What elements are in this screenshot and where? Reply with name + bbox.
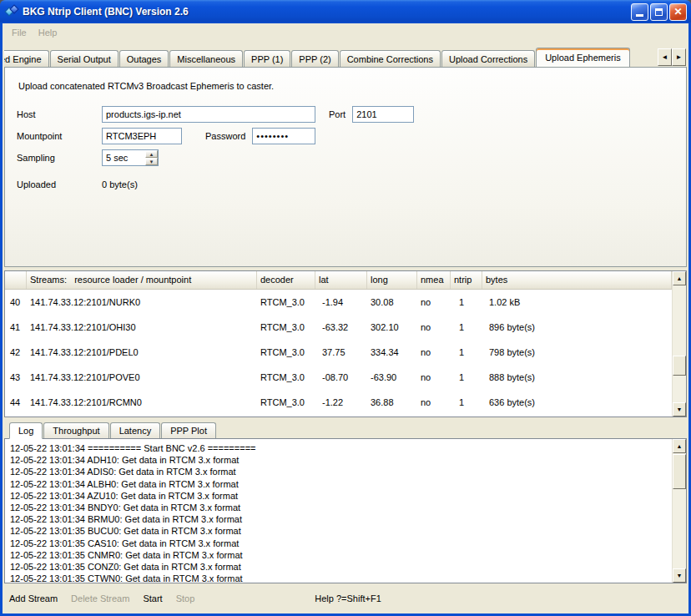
tab-ppp-2[interactable]: PPP (2) bbox=[291, 50, 338, 67]
cell-ntrip: 1 bbox=[451, 347, 482, 357]
start-button[interactable]: Start bbox=[143, 593, 162, 603]
uploaded-label: Uploaded bbox=[17, 179, 102, 189]
cell-mountpoint: 141.74.33.12:2101/NURK0 bbox=[27, 297, 257, 307]
log-scrollbar[interactable]: ▲ ▼ bbox=[672, 439, 686, 583]
tab-ppp-1[interactable]: PPP (1) bbox=[244, 50, 290, 67]
scroll-up-button[interactable]: ▲ bbox=[673, 271, 686, 285]
sampling-spinner[interactable]: 5 sec ▲ ▼ bbox=[102, 149, 159, 166]
close-button[interactable]: ✕ bbox=[669, 3, 687, 21]
scroll-down-button[interactable]: ▼ bbox=[673, 568, 686, 583]
streams-scroll-track[interactable] bbox=[673, 285, 686, 402]
column-header: Streams: resource loader / mountpoint bbox=[27, 271, 257, 289]
log-line: 12-05-22 13:01:35 CTWN0: Get data in RTC… bbox=[10, 573, 667, 583]
menu-bar: File Help bbox=[3, 23, 688, 42]
column-header: decoder bbox=[257, 271, 315, 289]
bottom-bar: Add StreamDelete StreamStartStop Help ?=… bbox=[3, 583, 688, 613]
log-lines[interactable]: 12-05-22 13:01:34 ========== Start BNC v… bbox=[5, 439, 672, 583]
log-line: 12-05-22 13:01:34 ALBH0: Get data in RTC… bbox=[10, 478, 667, 490]
titlebar[interactable]: BKG Ntrip Client (BNC) Version 2.6 ✕ bbox=[0, 0, 691, 23]
tab-scroll-right-button[interactable]: ► bbox=[672, 48, 686, 66]
cell-lat: -08.70 bbox=[315, 372, 367, 382]
log-line: 12-05-22 13:01:34 ADIS0: Get data in RTC… bbox=[10, 466, 667, 477]
log-scroll-thumb[interactable] bbox=[673, 454, 686, 489]
cell-decoder: RTCM_3.0 bbox=[257, 347, 315, 357]
delete-stream-button[interactable]: Delete Stream bbox=[71, 593, 129, 603]
cell-nmea: no bbox=[417, 372, 451, 382]
tab-upload-corrections[interactable]: Upload Corrections bbox=[441, 50, 535, 67]
streams-table: Streams: resource loader / mountpointdec… bbox=[4, 270, 687, 417]
password-field[interactable] bbox=[252, 128, 315, 144]
cell-long: 302.10 bbox=[367, 322, 417, 332]
table-row[interactable]: 44141.74.33.12:2101/RCMN0RTCM_3.0-1.2236… bbox=[5, 390, 672, 415]
menu-help[interactable]: Help bbox=[33, 26, 63, 39]
mountpoint-field[interactable] bbox=[102, 128, 182, 144]
cell-bytes: 888 byte(s) bbox=[482, 372, 672, 382]
log-scroll-track[interactable] bbox=[673, 453, 686, 568]
table-row[interactable]: 43141.74.33.12:2101/POVE0RTCM_3.0-08.70-… bbox=[5, 365, 672, 390]
cell-mountpoint: 141.74.33.12:2101/PDEL0 bbox=[27, 347, 257, 357]
table-row[interactable]: 41141.74.33.12:2101/OHI30RTCM_3.0-63.323… bbox=[5, 315, 672, 340]
upload-ephemeris-panel: Upload concatenated RTCMv3 Broadcast Eph… bbox=[4, 67, 687, 267]
tab-serial-output[interactable]: Serial Output bbox=[50, 50, 119, 67]
bottom-buttons: Add StreamDelete StreamStartStop bbox=[9, 593, 208, 603]
cell-long: 334.34 bbox=[367, 347, 417, 357]
cell-ntrip: 1 bbox=[451, 297, 482, 307]
cell-lat: -1.22 bbox=[315, 397, 367, 407]
tab-upload-ephemeris[interactable]: Upload Ephemeris bbox=[536, 48, 630, 67]
help-hint: Help ?=Shift+F1 bbox=[315, 593, 381, 603]
sampling-row: Sampling 5 sec ▲ ▼ bbox=[17, 149, 674, 166]
cell-bytes: 896 byte(s) bbox=[482, 322, 672, 332]
tab-outages[interactable]: Outages bbox=[119, 50, 169, 67]
streams-scroll-thumb[interactable] bbox=[673, 356, 686, 376]
minimize-button[interactable] bbox=[631, 3, 648, 21]
app-window: BKG Ntrip Client (BNC) Version 2.6 ✕ Fil… bbox=[0, 0, 691, 616]
menu-file[interactable]: File bbox=[6, 26, 33, 39]
arrow-right-icon: ► bbox=[676, 54, 683, 61]
scroll-down-button[interactable]: ▼ bbox=[673, 402, 686, 417]
tab-ed-engine[interactable]: ed Engine bbox=[4, 50, 49, 67]
stop-button[interactable]: Stop bbox=[176, 593, 195, 603]
tab-bar: ed EngineSerial OutputOutagesMiscellaneo… bbox=[3, 42, 688, 67]
sampling-spin-buttons: ▲ ▼ bbox=[145, 150, 158, 165]
tab-latency[interactable]: Latency bbox=[110, 422, 161, 438]
spin-up-button[interactable]: ▲ bbox=[145, 150, 158, 158]
host-field[interactable] bbox=[102, 106, 315, 123]
tab-ppp-plot[interactable]: PPP Plot bbox=[161, 422, 216, 438]
cell-nmea: no bbox=[417, 297, 451, 307]
log-line: 12-05-22 13:01:34 ADH10: Get data in RTC… bbox=[10, 454, 667, 466]
log-panel: 12-05-22 13:01:34 ========== Start BNC v… bbox=[4, 438, 687, 583]
cell-bytes: 798 byte(s) bbox=[482, 347, 672, 357]
row-number: 41 bbox=[5, 322, 27, 332]
cell-decoder: RTCM_3.0 bbox=[257, 372, 315, 382]
uploaded-value: 0 byte(s) bbox=[102, 179, 138, 189]
arrow-left-icon: ◄ bbox=[662, 54, 668, 61]
cell-nmea: no bbox=[417, 322, 451, 332]
cell-lat: -63.32 bbox=[315, 322, 367, 332]
scroll-up-button[interactable]: ▲ bbox=[673, 439, 686, 453]
add-stream-button[interactable]: Add Stream bbox=[9, 593, 58, 603]
row-number: 42 bbox=[5, 347, 27, 357]
tab-log[interactable]: Log bbox=[9, 422, 43, 439]
tab-throughput[interactable]: Throughput bbox=[43, 422, 108, 438]
spin-up-icon: ▲ bbox=[149, 152, 154, 157]
row-number: 40 bbox=[5, 297, 27, 307]
tab-combine-corrections[interactable]: Combine Corrections bbox=[340, 50, 441, 67]
cell-long: 30.08 bbox=[367, 297, 417, 307]
panel-description: Upload concatenated RTCMv3 Broadcast Eph… bbox=[18, 81, 674, 91]
spin-down-button[interactable]: ▼ bbox=[145, 158, 158, 165]
tab-scroll-buttons: ◄ ► bbox=[658, 48, 686, 66]
host-row: Host Port bbox=[17, 106, 674, 123]
log-line: 12-05-22 13:01:35 CAS10: Get data in RTC… bbox=[10, 538, 667, 549]
port-label: Port bbox=[329, 109, 346, 119]
port-field[interactable] bbox=[352, 106, 414, 123]
scroll-down-icon: ▼ bbox=[677, 406, 683, 412]
cell-nmea: no bbox=[417, 347, 451, 357]
tab-scroll-left-button[interactable]: ◄ bbox=[658, 48, 672, 66]
minimize-icon bbox=[636, 14, 643, 17]
cell-bytes: 1.02 kB bbox=[482, 297, 672, 307]
table-row[interactable]: 40141.74.33.12:2101/NURK0RTCM_3.0-1.9430… bbox=[5, 290, 672, 315]
table-row[interactable]: 42141.74.33.12:2101/PDEL0RTCM_3.037.7533… bbox=[5, 340, 672, 365]
streams-scrollbar[interactable]: ▲ ▼ bbox=[672, 271, 686, 417]
tab-miscellaneous[interactable]: Miscellaneous bbox=[169, 50, 243, 67]
maximize-button[interactable] bbox=[650, 3, 668, 21]
